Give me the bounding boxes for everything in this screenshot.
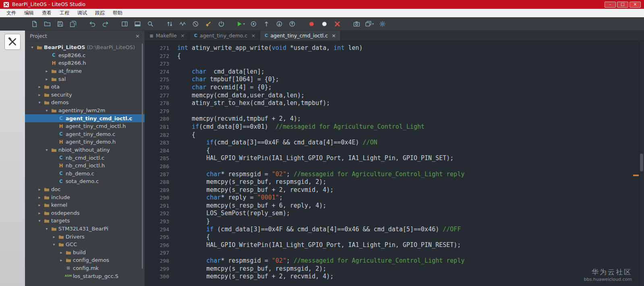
tab-agent-tiny-demo-c[interactable]: Cagent_tiny_demo.c× — [190, 31, 260, 41]
tab-makefile[interactable]: ≡Makefile× — [145, 31, 190, 41]
collapse-arrow-icon[interactable]: ▾ — [43, 226, 50, 231]
tree-item-agent-tiny-demo-c[interactable]: Cagent_tiny_demo.c — [25, 130, 145, 138]
project-tree-scrollbar[interactable] — [142, 43, 143, 269]
maximize-button[interactable]: □ — [617, 2, 628, 8]
tree-item-build[interactable]: ▸build — [25, 248, 145, 256]
tree-item-kernel[interactable]: ▸kernel — [25, 201, 145, 209]
tree-item-at-frame[interactable]: ▸at_frame — [25, 67, 145, 75]
tab-agent-tiny-cmd-ioctl-c[interactable]: Cagent_tiny_cmd_ioctl.c× — [260, 31, 341, 41]
open-project-icon[interactable] — [42, 19, 52, 29]
tree-item-los-startup-gcc-s[interactable]: ASMlos_startup_gcc.S — [25, 272, 145, 280]
tree-item-agenttiny-lwm2m[interactable]: ▾agenttiny_lwm2m — [25, 107, 145, 115]
expand-arrow-icon[interactable]: ▸ — [43, 77, 50, 81]
debug-icon[interactable] — [248, 19, 259, 29]
tree-item-ota[interactable]: ▸ota — [25, 83, 145, 91]
split-editor-icon[interactable] — [119, 19, 130, 29]
close-button[interactable]: × — [630, 2, 641, 8]
menu-item-2[interactable]: 查看 — [38, 9, 56, 17]
tree-item-stm32l431-bearpi[interactable]: ▾STM32L431_BearPi — [25, 225, 145, 233]
tree-item-security[interactable]: ▸security — [25, 91, 145, 99]
stop-record-icon[interactable] — [319, 19, 329, 29]
collapse-arrow-icon[interactable]: ▾ — [29, 45, 35, 49]
tree-item-nb-demo-c[interactable]: Cnb_demo.c — [25, 170, 145, 178]
expand-arrow-icon[interactable]: ▸ — [51, 235, 57, 239]
expand-arrow-icon[interactable]: ▸ — [36, 187, 43, 191]
clear-icon[interactable] — [332, 19, 342, 29]
toggle-panel-icon[interactable] — [132, 19, 143, 29]
tab-close-icon[interactable]: × — [251, 33, 255, 39]
tree-item-include[interactable]: ▸include — [25, 193, 145, 201]
run-button[interactable]: ▾ — [235, 19, 246, 29]
expand-arrow-icon[interactable]: ▸ — [58, 250, 64, 255]
tree-item-sota-demo-c[interactable]: Csota_demo.c — [25, 177, 145, 185]
tree-item-label: config_demos — [72, 257, 109, 263]
expand-arrow-icon[interactable]: ▸ — [36, 203, 43, 207]
menu-item-0[interactable]: 文件 — [2, 9, 20, 17]
expand-arrow-icon[interactable]: ▸ — [36, 211, 43, 215]
search-icon[interactable] — [145, 19, 155, 29]
record-icon[interactable] — [306, 19, 317, 29]
menu-item-4[interactable]: 调试 — [73, 9, 91, 17]
settings-icon[interactable] — [377, 19, 387, 29]
tree-item-doc[interactable]: ▸doc — [25, 185, 145, 193]
menu-item-3[interactable]: 工程 — [56, 9, 73, 17]
code-editor[interactable]: 271int atiny_write_app_write(void *user_… — [145, 41, 644, 286]
tree-item-label: Drivers — [65, 234, 85, 240]
tree-item-targets[interactable]: ▾targets — [25, 217, 145, 225]
tree-item-osdepends[interactable]: ▸osdepends — [25, 209, 145, 217]
tree-item-agent-tiny-demo-h[interactable]: Hagent_tiny_demo.h — [25, 138, 145, 146]
expand-arrow-icon[interactable]: ▸ — [58, 258, 64, 262]
power-icon[interactable] — [216, 19, 226, 29]
tree-item-esp8266-c[interactable]: Cesp8266.c — [25, 51, 145, 60]
expand-arrow-icon[interactable]: ▸ — [36, 195, 43, 200]
serial-config-icon[interactable] — [164, 19, 175, 29]
snapshot-icon[interactable] — [351, 19, 362, 29]
panel-close-icon[interactable]: × — [135, 33, 140, 39]
step-out-icon[interactable] — [287, 19, 297, 29]
save-all-icon[interactable] — [68, 19, 78, 29]
editor-scrollbar-thumb[interactable] — [640, 154, 643, 171]
collapse-arrow-icon[interactable]: ▾ — [51, 242, 57, 247]
tree-item-nbiot-without-atiny[interactable]: ▾nbiot_without_atiny — [25, 146, 145, 154]
minimize-button[interactable]: – — [605, 2, 616, 8]
expand-arrow-icon[interactable]: ▸ — [43, 69, 50, 73]
step-into-icon[interactable] — [274, 19, 284, 29]
tree-item-nb-cmd-ioctl-h[interactable]: Hnb_cmd_ioctl.h — [25, 162, 145, 170]
new-file-icon[interactable] — [29, 19, 39, 29]
tree-item-nb-cmd-ioctl-c[interactable]: Cnb_cmd_ioctl.c — [25, 154, 145, 162]
collapse-arrow-icon[interactable]: ▾ — [43, 148, 50, 152]
upload-icon[interactable] — [261, 19, 271, 29]
expand-arrow-icon[interactable]: ▸ — [36, 93, 43, 97]
menu-item-6[interactable]: 帮助 — [109, 9, 126, 17]
redo-icon[interactable] — [100, 19, 110, 29]
windows-layout-icon[interactable]: ▾ — [364, 19, 375, 29]
menu-item-1[interactable]: 编辑 — [20, 9, 38, 17]
line-number: 297 — [145, 249, 169, 257]
collapse-arrow-icon[interactable]: ▾ — [43, 108, 50, 113]
tree-item-demos[interactable]: ▾demos — [25, 99, 145, 107]
tree-item-agent-tiny-cmd-ioctl-h[interactable]: Hagent_tiny_cmd_ioctl.h — [25, 122, 145, 130]
tree-item-agent-tiny-cmd-ioctl-c[interactable]: Cagent_tiny_cmd_ioctl.c — [25, 114, 145, 122]
tree-item-config-mk[interactable]: ≡config.mk — [25, 264, 145, 272]
expand-arrow-icon[interactable]: ▸ — [36, 84, 43, 89]
save-icon[interactable] — [55, 19, 65, 29]
signal-trace-icon[interactable] — [177, 19, 188, 29]
collapse-arrow-icon[interactable]: ▾ — [36, 100, 43, 105]
menu-item-5[interactable]: 跟踪 — [91, 9, 109, 17]
editor-scrollbar[interactable] — [639, 41, 644, 286]
undo-icon[interactable] — [87, 19, 97, 29]
cancel-build-icon[interactable] — [190, 19, 201, 29]
tree-item-drivers[interactable]: ▸Drivers — [25, 233, 145, 241]
tree-item-sal[interactable]: ▸sal — [25, 75, 145, 83]
tab-close-icon[interactable]: × — [331, 33, 336, 39]
tree-item-gcc[interactable]: ▾GCC — [25, 241, 145, 249]
line-number: 275 — [145, 76, 169, 84]
collapse-arrow-icon[interactable]: ▾ — [36, 218, 43, 223]
code-line: 293 } — [145, 218, 644, 226]
tree-item-bearpi-liteos[interactable]: ▾BearPi_LiteOS (D:\BearPi_LiteOS) — [25, 43, 145, 51]
tab-close-icon[interactable]: × — [180, 33, 185, 39]
build-icon[interactable] — [203, 19, 213, 29]
tree-item-esp8266-h[interactable]: Hesp8266.h — [25, 59, 145, 67]
liteos-studio-logo[interactable] — [4, 34, 21, 50]
tree-item-config-demos[interactable]: ▸config_demos — [25, 256, 145, 264]
